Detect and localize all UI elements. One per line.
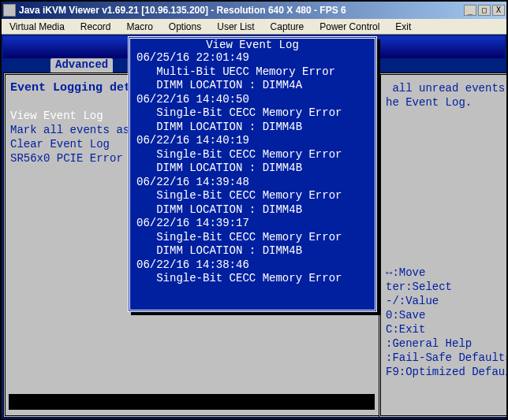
maximize-button[interactable]: □ <box>478 5 491 16</box>
help-save: 0:Save <box>386 308 506 322</box>
titlebar[interactable]: Java iKVM Viewer v1.69.21 [10.96.135.200… <box>2 2 506 19</box>
window-title: Java iKVM Viewer v1.69.21 [10.96.135.200… <box>19 5 462 16</box>
menu-power-control[interactable]: Power Control <box>312 21 387 32</box>
help-select: ter:Select <box>386 280 506 294</box>
help-failsafe: :Fail-Safe Defaults <box>386 351 506 365</box>
menu-exit[interactable]: Exit <box>387 21 419 32</box>
app-icon <box>3 4 16 17</box>
menu-virtual-media[interactable]: Virtual Media <box>2 21 73 32</box>
menu-user-list[interactable]: User List <box>209 21 262 32</box>
popup-title: View Event Log <box>130 39 375 51</box>
hint-line-2: he Event Log. <box>386 95 506 110</box>
bios-footer: v02.68 (C)Copyright 1985-2009, American … <box>3 418 505 418</box>
menu-macro[interactable]: Macro <box>119 21 161 32</box>
event-log-popup: View Event Log 06/25/16 22:01:49 Multi-B… <box>128 36 377 312</box>
popup-body[interactable]: 06/25/16 22:01:49 Multi-Bit UECC Memory … <box>130 51 375 286</box>
tab-advanced[interactable]: Advanced <box>50 58 113 72</box>
spacer <box>386 110 506 266</box>
menubar: Virtual Media Record Macro Options User … <box>2 19 506 35</box>
help-general: :General Help <box>386 336 506 351</box>
close-button[interactable]: X <box>492 5 505 16</box>
menu-options[interactable]: Options <box>161 21 209 32</box>
help-move: ↔:Move <box>386 266 506 280</box>
help-value: -/:Value <box>386 294 506 308</box>
bios-screen: BIOS SETUP UTILITY Advanced Event Loggin… <box>2 35 506 418</box>
hint-line-1: all unread events <box>386 81 506 95</box>
bios-side-panel: all unread events he Event Log. ↔:Move t… <box>379 72 506 418</box>
blackbar <box>9 394 375 410</box>
menu-record[interactable]: Record <box>73 21 119 32</box>
help-optimized: F9:Optimized Defaults <box>386 365 506 379</box>
menu-capture[interactable]: Capture <box>263 21 312 32</box>
help-exit: C:Exit <box>386 322 506 336</box>
app-window: Java iKVM Viewer v1.69.21 [10.96.135.200… <box>0 0 508 420</box>
minimize-button[interactable]: _ <box>464 5 476 16</box>
